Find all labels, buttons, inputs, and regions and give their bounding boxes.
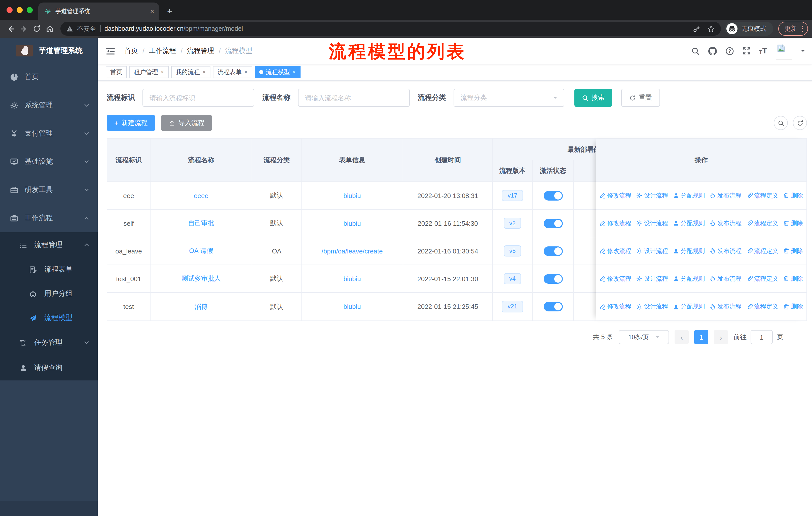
key-icon[interactable] [692, 25, 700, 32]
action-edit-link[interactable]: 修改流程 [600, 247, 631, 255]
avatar[interactable] [776, 43, 792, 59]
forward-icon[interactable] [17, 22, 30, 35]
sidebar-item-infra[interactable]: 基础设施 [0, 147, 98, 176]
sidebar-item-leave-query[interactable]: 请假查询 [0, 355, 98, 380]
action-delete-link[interactable]: 删除 [783, 191, 803, 200]
search-icon[interactable] [691, 47, 700, 55]
home-icon[interactable] [43, 22, 56, 35]
action-definition-link[interactable]: 流程定义 [747, 302, 778, 311]
import-process-button[interactable]: 导入流程 [161, 115, 212, 131]
chrome-update-button[interactable]: 更新 [778, 22, 808, 36]
action-assign-link[interactable]: 分配规则 [673, 219, 705, 227]
action-delete-link[interactable]: 删除 [783, 274, 803, 283]
close-icon[interactable]: × [202, 69, 206, 75]
action-definition-link[interactable]: 流程定义 [747, 191, 778, 200]
tag-home[interactable]: 首页 [106, 66, 127, 78]
form-link[interactable]: biubiu [343, 192, 361, 199]
process-name-link[interactable]: 自己审批 [188, 219, 214, 228]
status-toggle[interactable] [544, 218, 562, 228]
action-delete-link[interactable]: 删除 [783, 247, 803, 255]
action-publish-link[interactable]: 发布流程 [710, 219, 742, 227]
back-icon[interactable] [4, 22, 17, 35]
breadcrumb-workflow[interactable]: 工作流程 [149, 46, 176, 55]
form-link[interactable]: biubiu [343, 275, 361, 282]
breadcrumb-home[interactable]: 首页 [124, 46, 138, 55]
sidebar-item-devtools[interactable]: 研发工具 [0, 176, 98, 204]
search-button[interactable]: 搜索 [574, 89, 612, 107]
breadcrumb-process-mgmt[interactable]: 流程管理 [187, 46, 214, 55]
page-size-select[interactable]: 10条/页 [619, 330, 669, 344]
sidebar-item-task-mgmt[interactable]: 任务管理 [0, 330, 98, 355]
avatar-caret-icon[interactable] [801, 50, 805, 54]
close-icon[interactable]: × [292, 69, 296, 75]
action-design-link[interactable]: 设计流程 [636, 274, 668, 283]
prev-page-button[interactable]: ‹ [674, 330, 689, 344]
sidebar-item-user-group[interactable]: 用户分组 [0, 282, 98, 306]
action-publish-link[interactable]: 发布流程 [710, 191, 742, 200]
menu-dots-icon[interactable] [802, 26, 803, 32]
action-delete-link[interactable]: 删除 [783, 219, 803, 227]
sidebar-item-process-form[interactable]: 流程表单 [0, 257, 98, 282]
action-publish-link[interactable]: 发布流程 [710, 247, 742, 255]
form-link[interactable]: biubiu [343, 219, 361, 227]
process-key-input[interactable] [142, 89, 254, 107]
action-edit-link[interactable]: 修改流程 [600, 302, 631, 311]
refresh-table-button[interactable] [793, 116, 807, 130]
next-page-button[interactable]: › [714, 330, 728, 344]
sidebar-item-workflow[interactable]: 工作流程 [0, 204, 98, 232]
form-link[interactable]: /bpm/oa/leave/create [322, 247, 383, 255]
action-design-link[interactable]: 设计流程 [636, 247, 668, 255]
tag-process-model[interactable]: 流程模型× [255, 66, 300, 78]
action-assign-link[interactable]: 分配规则 [673, 191, 705, 200]
action-edit-link[interactable]: 修改流程 [600, 219, 631, 227]
close-icon[interactable]: × [244, 69, 248, 75]
new-tab-button[interactable]: + [167, 7, 172, 16]
process-name-link[interactable]: 滔博 [195, 302, 208, 311]
action-publish-link[interactable]: 发布流程 [710, 274, 742, 283]
sidebar-item-home[interactable]: 首页 [0, 63, 98, 91]
process-category-select[interactable]: 流程分类 [454, 89, 564, 107]
sidebar-item-process-model[interactable]: 流程模型 [0, 306, 98, 330]
security-label[interactable]: 不安全 [77, 24, 96, 33]
action-definition-link[interactable]: 流程定义 [747, 219, 778, 227]
current-page-button[interactable]: 1 [694, 330, 708, 344]
action-assign-link[interactable]: 分配规则 [673, 274, 705, 283]
show-search-toggle-button[interactable] [774, 116, 788, 130]
fullscreen-icon[interactable] [743, 47, 751, 55]
tag-tenant[interactable]: 租户管理× [129, 66, 169, 78]
zoom-window-button[interactable] [27, 7, 33, 13]
bookmark-star-icon[interactable] [707, 25, 715, 32]
minimize-window-button[interactable] [17, 7, 23, 13]
action-definition-link[interactable]: 流程定义 [747, 247, 778, 255]
goto-page-input[interactable] [751, 330, 773, 344]
action-edit-link[interactable]: 修改流程 [600, 191, 631, 200]
status-toggle[interactable] [544, 191, 562, 200]
status-toggle[interactable] [544, 274, 562, 283]
create-process-button[interactable]: + 新建流程 [107, 115, 155, 131]
github-icon[interactable] [708, 47, 717, 55]
status-toggle[interactable] [544, 246, 562, 256]
action-definition-link[interactable]: 流程定义 [747, 274, 778, 283]
process-name-link[interactable]: 测试多审批人 [181, 274, 221, 283]
action-edit-link[interactable]: 修改流程 [600, 274, 631, 283]
action-publish-link[interactable]: 发布流程 [710, 302, 742, 311]
sidebar-item-payment[interactable]: 支付管理 [0, 119, 98, 147]
sidebar-collapse-icon[interactable] [106, 47, 115, 55]
reset-button[interactable]: 重置 [621, 89, 660, 107]
process-name-link[interactable]: OA 请假 [189, 246, 213, 255]
action-design-link[interactable]: 设计流程 [636, 219, 668, 227]
sidebar-item-process-mgmt[interactable]: 流程管理 [0, 232, 98, 257]
action-design-link[interactable]: 设计流程 [636, 302, 668, 311]
close-window-button[interactable] [6, 7, 12, 13]
browser-tab[interactable]: 芋道管理系统 × [38, 2, 159, 20]
sidebar-item-system[interactable]: 系统管理 [0, 91, 98, 119]
font-size-icon[interactable]: TT [759, 47, 767, 55]
action-assign-link[interactable]: 分配规则 [673, 302, 705, 311]
tag-my-process[interactable]: 我的流程× [171, 66, 210, 78]
tag-process-form[interactable]: 流程表单× [213, 66, 252, 78]
reload-icon[interactable] [30, 22, 43, 35]
form-link[interactable]: biubiu [343, 303, 361, 310]
process-name-link[interactable]: eeee [194, 192, 208, 199]
action-design-link[interactable]: 设计流程 [636, 191, 668, 200]
action-assign-link[interactable]: 分配规则 [673, 247, 705, 255]
